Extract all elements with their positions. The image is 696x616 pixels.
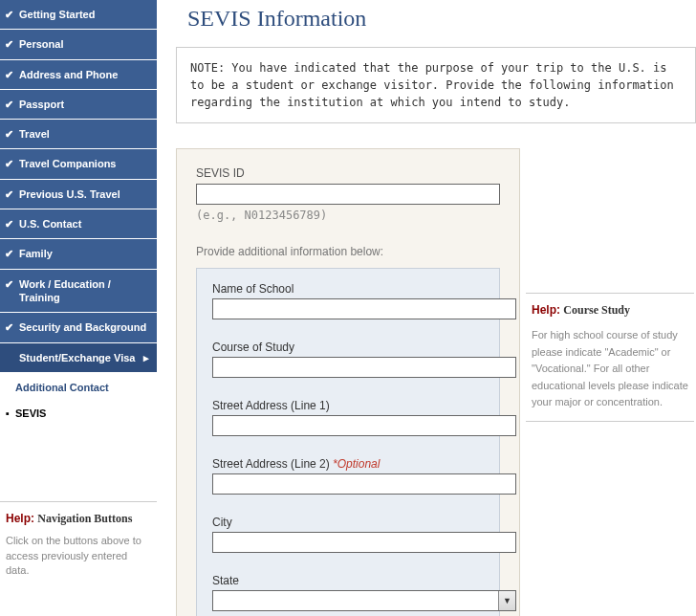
check-icon: ✔ <box>5 37 13 51</box>
sub-sevis-current: ▪ SEVIS <box>0 402 157 425</box>
course-input[interactable] <box>212 357 516 378</box>
nav-getting-started[interactable]: ✔ Getting Started <box>0 0 157 30</box>
help-navigation: Help: Navigation Buttons Click on the bu… <box>0 501 157 587</box>
bullet-icon: ▪ <box>6 407 10 419</box>
main-content: SEVIS Information NOTE: You have indicat… <box>157 0 696 616</box>
nav-label: Personal <box>19 38 63 50</box>
help-text: Click on the buttons above to access pre… <box>6 534 151 578</box>
addr2-label-text: Street Address (Line 2) <box>212 457 330 471</box>
addr2-label: Street Address (Line 2) *Optional <box>212 457 484 471</box>
nav-student-exchange-visa[interactable]: Student/Exchange Visa ▸ <box>0 343 157 373</box>
sub-label: Additional Contact <box>15 382 109 393</box>
nav-label: Security and Background <box>19 321 146 333</box>
sidebar: ✔ Getting Started ✔ Personal ✔ Address a… <box>0 0 157 616</box>
addr1-input[interactable] <box>212 415 516 436</box>
city-label: City <box>212 516 484 529</box>
check-icon: ✔ <box>5 277 13 291</box>
page-title: SEVIS Information <box>187 6 696 32</box>
nav-personal[interactable]: ✔ Personal <box>0 30 157 59</box>
check-icon: ✔ <box>5 157 13 170</box>
nav-label: Passport <box>19 99 64 110</box>
nav-travel[interactable]: ✔ Travel <box>0 120 157 149</box>
help-label: Help: <box>6 512 34 525</box>
sevis-id-label: SEVIS ID <box>196 166 500 180</box>
arrow-right-icon: ▸ <box>143 351 149 364</box>
sub-additional-contact[interactable]: Additional Contact <box>0 373 157 402</box>
check-icon: ✔ <box>5 8 13 21</box>
sevis-id-hint: (e.g., N0123456789) <box>196 209 500 222</box>
state-label: State <box>212 574 484 587</box>
nav-label: U.S. Contact <box>19 218 81 230</box>
help-text: For high school course of study please i… <box>532 327 688 411</box>
dropdown-icon: ▼ <box>498 591 515 610</box>
nav-label: Address and Phone <box>19 69 118 80</box>
help-course-study: Help: Course Study For high school cours… <box>526 293 694 422</box>
nav-label: Travel Companions <box>19 158 116 169</box>
help-label: Help: <box>532 303 560 317</box>
nav-us-contact[interactable]: ✔ U.S. Contact <box>0 209 157 239</box>
nav-address-phone[interactable]: ✔ Address and Phone <box>0 60 157 90</box>
nav-travel-companions[interactable]: ✔ Travel Companions <box>0 149 157 179</box>
section-text: Provide additional information below: <box>196 245 500 258</box>
nav-family[interactable]: ✔ Family <box>0 239 157 269</box>
addr2-optional: *Optional <box>330 457 381 471</box>
check-icon: ✔ <box>5 68 13 81</box>
nav-previous-us-travel[interactable]: ✔ Previous U.S. Travel <box>0 180 157 209</box>
check-icon: ✔ <box>5 187 13 201</box>
school-input[interactable] <box>212 298 516 319</box>
inner-form: Name of School Course of Study Street Ad… <box>196 268 500 616</box>
sub-label: SEVIS <box>15 407 46 419</box>
nav-label: Previous U.S. Travel <box>19 188 120 200</box>
sevis-id-input[interactable] <box>196 184 500 205</box>
state-select[interactable]: ▼ <box>212 590 516 611</box>
nav-label: Student/Exchange Visa <box>19 352 135 363</box>
note-box: NOTE: You have indicated that the purpos… <box>176 47 696 123</box>
nav-label: Getting Started <box>19 9 95 20</box>
check-icon: ✔ <box>5 217 13 231</box>
nav-label: Work / Education / Training <box>19 278 111 303</box>
help-title: Navigation Buttons <box>37 512 132 525</box>
check-icon: ✔ <box>5 247 13 260</box>
city-input[interactable] <box>212 532 516 553</box>
nav-label: Family <box>19 248 53 259</box>
form-area: SEVIS ID (e.g., N0123456789) Provide add… <box>176 148 520 616</box>
nav-passport[interactable]: ✔ Passport <box>0 90 157 120</box>
course-label: Course of Study <box>212 341 484 354</box>
check-icon: ✔ <box>5 127 13 141</box>
school-label: Name of School <box>212 282 484 296</box>
check-icon: ✔ <box>5 98 13 111</box>
help-title: Course Study <box>563 303 630 317</box>
check-icon: ✔ <box>5 320 13 334</box>
addr1-label: Street Address (Line 1) <box>212 399 484 412</box>
nav-label: Travel <box>19 128 50 140</box>
nav-work-education[interactable]: ✔ Work / Education / Training <box>0 270 157 314</box>
nav-security-background[interactable]: ✔ Security and Background <box>0 313 157 342</box>
addr2-input[interactable] <box>212 473 516 495</box>
